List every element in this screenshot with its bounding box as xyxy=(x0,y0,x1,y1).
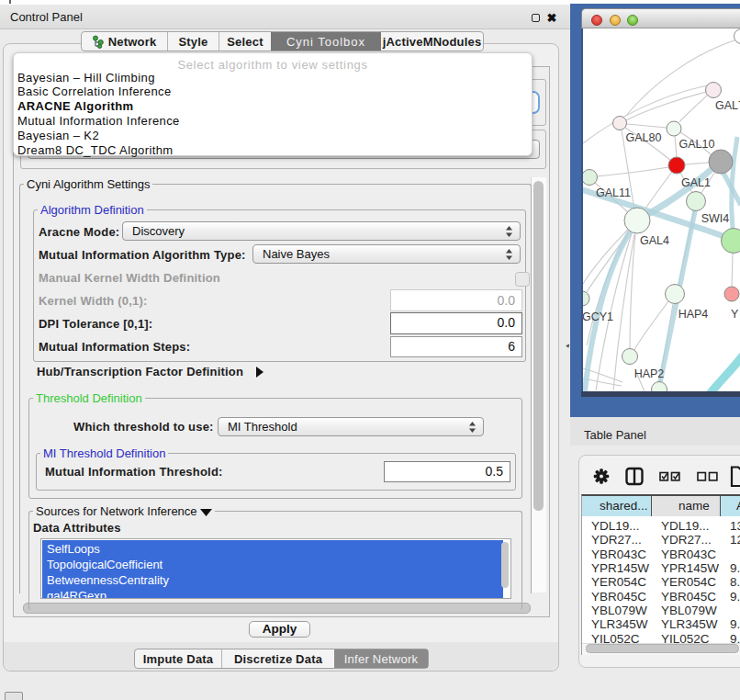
svg-text:HAP2: HAP2 xyxy=(634,367,665,380)
svg-text:HAP4: HAP4 xyxy=(678,308,709,321)
svg-text:GAL1: GAL1 xyxy=(681,176,711,189)
svg-text:GAL7: GAL7 xyxy=(715,99,740,112)
svg-text:SWI4: SWI4 xyxy=(701,212,730,225)
svg-text:Y: Y xyxy=(731,308,739,321)
svg-text:GAL10: GAL10 xyxy=(679,138,715,151)
svg-text:GAL80: GAL80 xyxy=(626,131,662,144)
svg-text:GAL4: GAL4 xyxy=(640,234,669,247)
svg-text:GAL11: GAL11 xyxy=(596,186,631,199)
svg-text:GCY1: GCY1 xyxy=(583,310,613,323)
